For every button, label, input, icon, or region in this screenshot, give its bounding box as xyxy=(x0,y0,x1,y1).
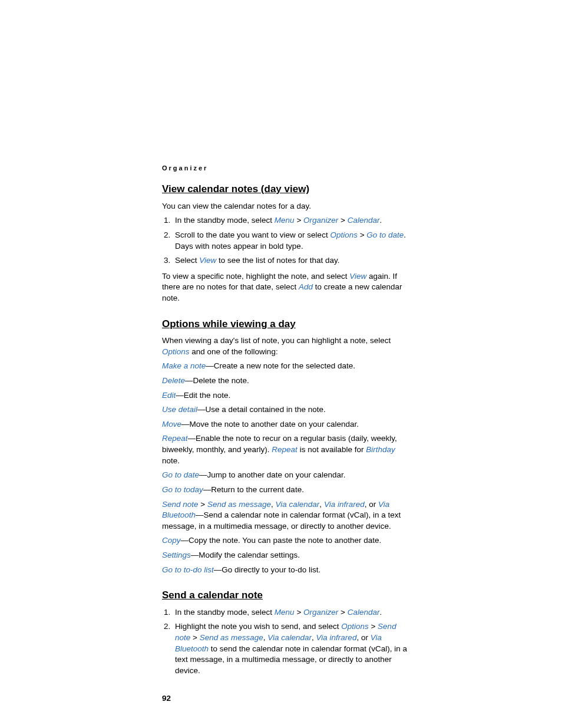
text: —Create a new note for the selected date… xyxy=(206,361,355,370)
option-line: Delete—Delete the note. xyxy=(162,375,408,387)
sep: > xyxy=(295,216,303,225)
text: is not available for xyxy=(297,445,366,454)
menu-keyword: Options xyxy=(341,622,369,631)
text: —Delete the note. xyxy=(185,376,249,385)
text: To view a specific note, highlight the n… xyxy=(162,272,349,281)
text: , or xyxy=(365,500,378,509)
option-keyword: Use detail xyxy=(162,405,197,414)
trail-text: To view a specific note, highlight the n… xyxy=(162,271,408,304)
text: —Return to the current date. xyxy=(203,485,304,494)
menu-keyword: Via calendar xyxy=(276,500,320,509)
menu-keyword: Menu xyxy=(275,216,295,225)
text: —Copy the note. You can paste the note t… xyxy=(181,536,382,545)
text: to see the list of notes for that day. xyxy=(216,256,339,265)
option-line: Move—Move the note to another date on yo… xyxy=(162,419,408,430)
comma: , xyxy=(312,633,316,642)
option-line: Make a note—Create a new note for the se… xyxy=(162,361,408,372)
text: . xyxy=(380,216,382,225)
sep: > xyxy=(295,608,303,617)
option-line: Go to date—Jump to another date on your … xyxy=(162,470,408,481)
text: . xyxy=(380,608,382,617)
option-line: Edit—Edit the note. xyxy=(162,390,408,401)
text: to send the calendar note in calendar fo… xyxy=(175,644,407,675)
option-line: Copy—Copy the note. You can paste the no… xyxy=(162,535,408,546)
option-keyword: Delete xyxy=(162,376,185,385)
menu-keyword: View xyxy=(199,256,216,265)
text: , or xyxy=(356,633,370,642)
option-keyword: Make a note xyxy=(162,361,206,370)
option-line: Settings—Modify the calendar settings. xyxy=(162,550,408,561)
menu-keyword: Birthday xyxy=(366,445,395,454)
text: Select xyxy=(175,256,199,265)
heading-send-calendar-note: Send a calendar note xyxy=(162,588,408,602)
menu-keyword: Send as message xyxy=(207,500,271,509)
menu-keyword: Via calendar xyxy=(267,633,312,642)
text: —Send a calendar note in calendar format… xyxy=(162,510,401,531)
steps-list-1: In the standby mode, select Menu > Organ… xyxy=(162,215,408,266)
text: Scroll to the date you want to view or s… xyxy=(175,230,330,239)
option-keyword: Go to date xyxy=(162,470,199,479)
text: —Jump to another date on your calendar. xyxy=(199,470,345,479)
option-line: Send note > Send as message, Via calenda… xyxy=(162,499,408,532)
sep: > xyxy=(199,500,207,509)
option-keyword: Repeat xyxy=(162,434,188,443)
menu-keyword: Options xyxy=(162,347,190,356)
comma: , xyxy=(271,500,276,509)
sep: > xyxy=(369,622,378,631)
option-keyword: Go to today xyxy=(162,485,203,494)
heading-options-viewing-day: Options while viewing a day xyxy=(162,317,408,331)
step-item: In the standby mode, select Menu > Organ… xyxy=(173,607,408,618)
option-keyword: Send note xyxy=(162,500,199,509)
menu-keyword: Organizer xyxy=(303,608,338,617)
step-item: Highlight the note you wish to send, and… xyxy=(173,621,408,676)
menu-keyword: Calendar xyxy=(348,608,380,617)
text: When viewing a day's list of note, you c… xyxy=(162,336,391,345)
menu-keyword: Via infrared xyxy=(324,500,365,509)
text: Highlight the note you wish to send, and… xyxy=(175,622,341,631)
text: In the standby mode, select xyxy=(175,608,275,617)
menu-keyword: Calendar xyxy=(348,216,380,225)
step-item: Select View to see the list of notes for… xyxy=(173,255,408,266)
menu-keyword: Menu xyxy=(275,608,295,617)
page-header-label: Organizer xyxy=(162,164,408,173)
option-keyword: Edit xyxy=(162,391,176,400)
menu-keyword: Go to date xyxy=(366,230,404,239)
menu-keyword: Options xyxy=(330,230,358,239)
text: In the standby mode, select xyxy=(175,216,275,225)
step-item: In the standby mode, select Menu > Organ… xyxy=(173,215,408,226)
sep: > xyxy=(190,633,199,642)
option-line: Repeat—Enable the note to recur on a reg… xyxy=(162,433,408,466)
text: and one of the following: xyxy=(190,347,278,356)
option-keyword: Go to to-do list xyxy=(162,565,214,574)
option-line: Go to to-do list—Go directly to your to-… xyxy=(162,565,408,576)
text: note. xyxy=(162,456,180,465)
comma: , xyxy=(319,500,324,509)
option-keyword: Move xyxy=(162,420,181,429)
menu-keyword: View xyxy=(349,272,366,281)
intro-text: When viewing a day's list of note, you c… xyxy=(162,335,408,357)
step-item: Scroll to the date you want to view or s… xyxy=(173,230,408,252)
heading-view-calendar-notes: View calendar notes (day view) xyxy=(162,182,408,196)
sep: > xyxy=(358,230,366,239)
sep: > xyxy=(338,216,347,225)
intro-text: You can view the calendar notes for a da… xyxy=(162,201,408,212)
text: —Edit the note. xyxy=(176,391,230,400)
text: —Use a detail contained in the note. xyxy=(197,405,326,414)
option-line: Go to today—Return to the current date. xyxy=(162,485,408,496)
document-page: Organizer View calendar notes (day view)… xyxy=(0,0,562,704)
menu-keyword: Repeat xyxy=(272,445,297,454)
steps-list-2: In the standby mode, select Menu > Organ… xyxy=(162,607,408,677)
text: —Move the note to another date on your c… xyxy=(181,420,359,429)
option-line: Use detail—Use a detail contained in the… xyxy=(162,404,408,416)
text: —Go directly to your to-do list. xyxy=(214,565,321,574)
text: —Modify the calendar settings. xyxy=(191,551,300,559)
sep: > xyxy=(338,608,347,617)
page-number: 92 xyxy=(162,693,408,704)
menu-keyword: Via infrared xyxy=(316,633,357,642)
option-keyword: Settings xyxy=(162,551,191,559)
menu-keyword: Add xyxy=(299,282,313,291)
menu-keyword: Organizer xyxy=(303,216,338,225)
option-keyword: Copy xyxy=(162,536,181,545)
menu-keyword: Send as message xyxy=(200,633,263,642)
